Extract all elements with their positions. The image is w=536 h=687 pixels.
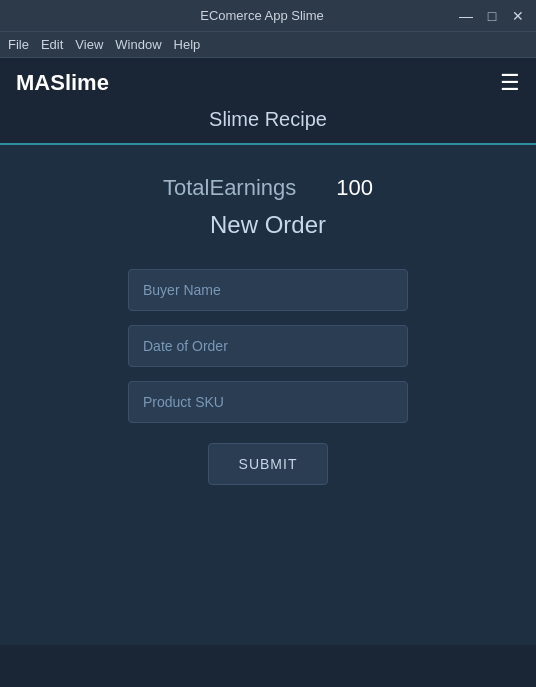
menu-view[interactable]: View (75, 37, 103, 52)
title-bar: EComerce App Slime — □ ✕ (0, 0, 536, 32)
menu-bar: File Edit View Window Help (0, 32, 536, 58)
app-header: MASlime ☰ (0, 58, 536, 104)
minimize-button[interactable]: — (456, 6, 476, 26)
hamburger-button[interactable]: ☰ (500, 70, 520, 96)
subtitle-bar: Slime Recipe (0, 104, 536, 145)
product-sku-input[interactable] (128, 381, 408, 423)
stats-row: TotalEarnings 100 (163, 175, 373, 201)
app-logo: MASlime (16, 70, 109, 96)
submit-button[interactable]: SUBMIT (208, 443, 329, 485)
menu-window[interactable]: Window (115, 37, 161, 52)
menu-edit[interactable]: Edit (41, 37, 63, 52)
order-form: SUBMIT (128, 269, 408, 485)
subtitle-text: Slime Recipe (209, 108, 327, 130)
stat-value: 100 (336, 175, 373, 201)
main-content: TotalEarnings 100 New Order SUBMIT (0, 145, 536, 645)
date-of-order-input[interactable] (128, 325, 408, 367)
maximize-button[interactable]: □ (482, 6, 502, 26)
title-bar-controls: — □ ✕ (456, 6, 528, 26)
close-button[interactable]: ✕ (508, 6, 528, 26)
menu-file[interactable]: File (8, 37, 29, 52)
title-bar-text: EComerce App Slime (68, 8, 456, 23)
buyer-name-input[interactable] (128, 269, 408, 311)
menu-help[interactable]: Help (174, 37, 201, 52)
new-order-heading: New Order (210, 211, 326, 239)
stat-label: TotalEarnings (163, 175, 296, 201)
